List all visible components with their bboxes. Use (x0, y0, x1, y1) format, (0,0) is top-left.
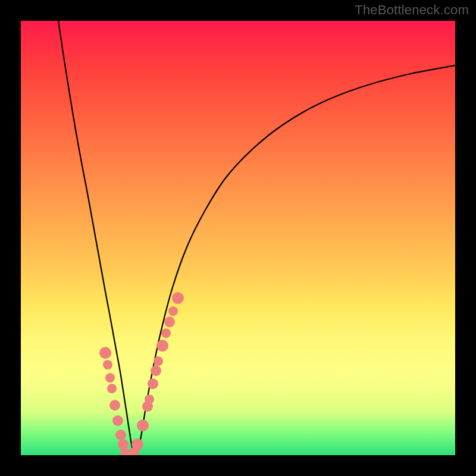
marker-point (109, 400, 120, 411)
marker-point (107, 384, 117, 393)
bottleneck-curve (58, 21, 455, 455)
marker-point (168, 306, 178, 316)
marker-point (115, 430, 126, 440)
marker-group (99, 292, 184, 455)
marker-point (99, 347, 111, 359)
marker-point (145, 394, 154, 404)
chart-frame: TheBottleneck.com (0, 0, 476, 476)
marker-point (164, 317, 175, 327)
marker-point (154, 356, 163, 366)
marker-point (103, 360, 112, 369)
marker-point (148, 378, 158, 389)
marker-point (161, 328, 171, 338)
marker-point (151, 365, 161, 376)
plot-area (21, 21, 455, 455)
watermark-text: TheBottleneck.com (355, 2, 469, 18)
chart-svg (21, 21, 455, 455)
marker-point (137, 419, 149, 431)
marker-point (131, 439, 143, 450)
marker-point (105, 373, 115, 383)
marker-point (172, 292, 184, 304)
marker-point (112, 415, 123, 426)
marker-point (156, 340, 168, 352)
